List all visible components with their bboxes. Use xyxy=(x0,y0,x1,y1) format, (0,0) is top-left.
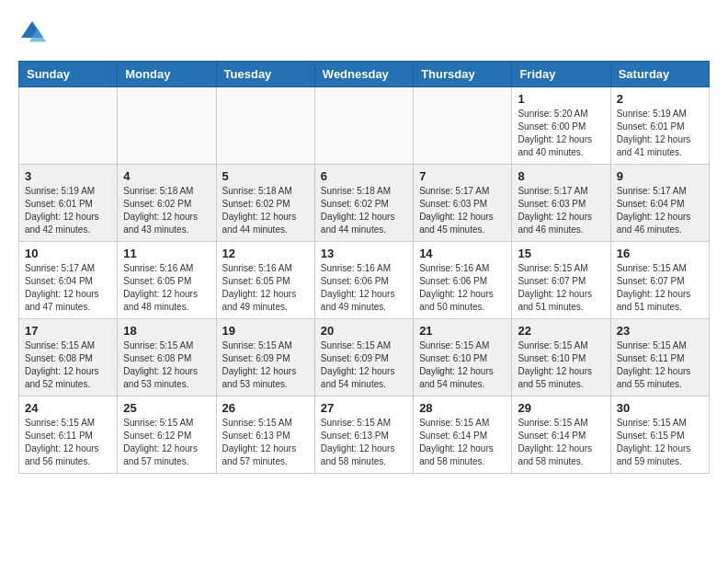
calendar-day-cell: 13Sunrise: 5:16 AM Sunset: 6:06 PM Dayli… xyxy=(314,242,413,319)
calendar-day-cell: 29Sunrise: 5:15 AM Sunset: 6:14 PM Dayli… xyxy=(512,396,610,474)
day-info: Sunrise: 5:15 AM Sunset: 6:11 PM Dayligh… xyxy=(25,417,111,468)
day-number: 4 xyxy=(123,169,210,183)
day-info: Sunrise: 5:15 AM Sunset: 6:09 PM Dayligh… xyxy=(222,339,309,391)
logo xyxy=(18,18,50,46)
page-header xyxy=(18,18,710,46)
calendar-day-cell: 8Sunrise: 5:17 AM Sunset: 6:03 PM Daylig… xyxy=(512,165,610,242)
day-info: Sunrise: 5:15 AM Sunset: 6:08 PM Dayligh… xyxy=(25,339,111,391)
weekday-header: Thursday xyxy=(414,62,512,87)
calendar-day-cell: 4Sunrise: 5:18 AM Sunset: 6:02 PM Daylig… xyxy=(118,165,216,242)
calendar-day-cell: 26Sunrise: 5:15 AM Sunset: 6:13 PM Dayli… xyxy=(216,396,314,474)
day-info: Sunrise: 5:19 AM Sunset: 6:01 PM Dayligh… xyxy=(617,108,703,159)
day-number: 7 xyxy=(419,169,506,183)
calendar-day-cell xyxy=(118,87,216,165)
calendar-day-cell: 28Sunrise: 5:15 AM Sunset: 6:14 PM Dayli… xyxy=(414,396,512,474)
day-info: Sunrise: 5:15 AM Sunset: 6:13 PM Dayligh… xyxy=(222,417,309,468)
day-info: Sunrise: 5:16 AM Sunset: 6:06 PM Dayligh… xyxy=(419,262,506,314)
calendar-day-cell: 14Sunrise: 5:16 AM Sunset: 6:06 PM Dayli… xyxy=(414,242,512,319)
day-info: Sunrise: 5:19 AM Sunset: 6:01 PM Dayligh… xyxy=(25,185,111,236)
weekday-header: Friday xyxy=(512,62,610,87)
calendar-day-cell: 17Sunrise: 5:15 AM Sunset: 6:08 PM Dayli… xyxy=(19,319,118,396)
calendar-day-cell: 30Sunrise: 5:15 AM Sunset: 6:15 PM Dayli… xyxy=(610,396,709,474)
weekday-header: Monday xyxy=(118,62,216,87)
day-number: 14 xyxy=(419,247,506,260)
day-number: 16 xyxy=(617,247,703,260)
weekday-header: Wednesday xyxy=(314,62,413,87)
calendar-day-cell: 1Sunrise: 5:20 AM Sunset: 6:00 PM Daylig… xyxy=(512,87,610,165)
calendar-week-row: 10Sunrise: 5:17 AM Sunset: 6:04 PM Dayli… xyxy=(19,242,710,319)
weekday-header: Saturday xyxy=(610,62,709,87)
calendar-day-cell: 12Sunrise: 5:16 AM Sunset: 6:05 PM Dayli… xyxy=(216,242,314,319)
calendar-day-cell: 16Sunrise: 5:15 AM Sunset: 6:07 PM Dayli… xyxy=(610,242,709,319)
calendar-day-cell: 5Sunrise: 5:18 AM Sunset: 6:02 PM Daylig… xyxy=(216,165,314,242)
day-info: Sunrise: 5:17 AM Sunset: 6:03 PM Dayligh… xyxy=(518,185,604,236)
day-number: 24 xyxy=(25,401,111,415)
day-number: 9 xyxy=(617,169,703,183)
calendar-table: SundayMondayTuesdayWednesdayThursdayFrid… xyxy=(18,61,710,474)
day-info: Sunrise: 5:15 AM Sunset: 6:15 PM Dayligh… xyxy=(617,417,703,468)
weekday-header: Tuesday xyxy=(216,62,314,87)
day-number: 5 xyxy=(222,169,309,183)
day-number: 29 xyxy=(518,401,604,415)
day-info: Sunrise: 5:18 AM Sunset: 6:02 PM Dayligh… xyxy=(123,185,210,236)
day-number: 23 xyxy=(617,324,703,338)
day-info: Sunrise: 5:15 AM Sunset: 6:14 PM Dayligh… xyxy=(419,417,506,468)
day-info: Sunrise: 5:16 AM Sunset: 6:05 PM Dayligh… xyxy=(222,262,309,314)
calendar-day-cell: 15Sunrise: 5:15 AM Sunset: 6:07 PM Dayli… xyxy=(512,242,610,319)
day-number: 18 xyxy=(123,324,210,338)
day-number: 27 xyxy=(321,401,407,415)
calendar-day-cell: 27Sunrise: 5:15 AM Sunset: 6:13 PM Dayli… xyxy=(314,396,413,474)
day-info: Sunrise: 5:15 AM Sunset: 6:12 PM Dayligh… xyxy=(123,417,210,468)
calendar-day-cell: 10Sunrise: 5:17 AM Sunset: 6:04 PM Dayli… xyxy=(19,242,118,319)
day-info: Sunrise: 5:20 AM Sunset: 6:00 PM Dayligh… xyxy=(518,108,604,159)
calendar-day-cell: 24Sunrise: 5:15 AM Sunset: 6:11 PM Dayli… xyxy=(19,396,118,474)
day-info: Sunrise: 5:15 AM Sunset: 6:10 PM Dayligh… xyxy=(419,339,506,391)
day-number: 12 xyxy=(222,247,309,260)
day-number: 13 xyxy=(321,247,407,260)
calendar-week-row: 3Sunrise: 5:19 AM Sunset: 6:01 PM Daylig… xyxy=(19,165,710,242)
calendar-day-cell: 19Sunrise: 5:15 AM Sunset: 6:09 PM Dayli… xyxy=(216,319,314,396)
day-number: 28 xyxy=(419,401,506,415)
calendar-day-cell xyxy=(19,87,118,165)
day-info: Sunrise: 5:15 AM Sunset: 6:08 PM Dayligh… xyxy=(123,339,210,391)
calendar-day-cell xyxy=(414,87,512,165)
calendar-header-row: SundayMondayTuesdayWednesdayThursdayFrid… xyxy=(19,62,710,87)
day-info: Sunrise: 5:17 AM Sunset: 6:04 PM Dayligh… xyxy=(25,262,111,314)
day-info: Sunrise: 5:16 AM Sunset: 6:06 PM Dayligh… xyxy=(321,262,407,314)
day-number: 8 xyxy=(518,169,604,183)
calendar-day-cell xyxy=(314,87,413,165)
calendar-week-row: 1Sunrise: 5:20 AM Sunset: 6:00 PM Daylig… xyxy=(19,87,710,165)
calendar-day-cell: 22Sunrise: 5:15 AM Sunset: 6:10 PM Dayli… xyxy=(512,319,610,396)
calendar-day-cell: 23Sunrise: 5:15 AM Sunset: 6:11 PM Dayli… xyxy=(610,319,709,396)
weekday-header: Sunday xyxy=(19,62,118,87)
day-info: Sunrise: 5:15 AM Sunset: 6:14 PM Dayligh… xyxy=(518,417,604,468)
day-info: Sunrise: 5:15 AM Sunset: 6:07 PM Dayligh… xyxy=(518,262,604,314)
day-number: 22 xyxy=(518,324,604,338)
day-info: Sunrise: 5:15 AM Sunset: 6:11 PM Dayligh… xyxy=(617,339,703,391)
day-info: Sunrise: 5:15 AM Sunset: 6:07 PM Dayligh… xyxy=(617,262,703,314)
day-number: 21 xyxy=(419,324,506,338)
day-number: 10 xyxy=(25,247,111,260)
day-number: 26 xyxy=(222,401,309,415)
calendar-week-row: 24Sunrise: 5:15 AM Sunset: 6:11 PM Dayli… xyxy=(19,396,710,474)
day-info: Sunrise: 5:18 AM Sunset: 6:02 PM Dayligh… xyxy=(321,185,407,236)
day-info: Sunrise: 5:17 AM Sunset: 6:03 PM Dayligh… xyxy=(419,185,506,236)
day-number: 6 xyxy=(321,169,407,183)
day-number: 30 xyxy=(617,401,703,415)
day-info: Sunrise: 5:15 AM Sunset: 6:10 PM Dayligh… xyxy=(518,339,604,391)
calendar-day-cell: 21Sunrise: 5:15 AM Sunset: 6:10 PM Dayli… xyxy=(414,319,512,396)
calendar-week-row: 17Sunrise: 5:15 AM Sunset: 6:08 PM Dayli… xyxy=(19,319,710,396)
calendar-day-cell: 7Sunrise: 5:17 AM Sunset: 6:03 PM Daylig… xyxy=(414,165,512,242)
day-info: Sunrise: 5:18 AM Sunset: 6:02 PM Dayligh… xyxy=(222,185,309,236)
calendar-day-cell: 18Sunrise: 5:15 AM Sunset: 6:08 PM Dayli… xyxy=(118,319,216,396)
calendar-day-cell: 2Sunrise: 5:19 AM Sunset: 6:01 PM Daylig… xyxy=(610,87,709,165)
day-info: Sunrise: 5:17 AM Sunset: 6:04 PM Dayligh… xyxy=(617,185,703,236)
day-info: Sunrise: 5:15 AM Sunset: 6:09 PM Dayligh… xyxy=(321,339,407,391)
day-info: Sunrise: 5:15 AM Sunset: 6:13 PM Dayligh… xyxy=(321,417,407,468)
day-number: 15 xyxy=(518,247,604,260)
logo-icon xyxy=(18,18,46,46)
calendar-day-cell xyxy=(216,87,314,165)
day-number: 2 xyxy=(617,92,703,106)
calendar-day-cell: 25Sunrise: 5:15 AM Sunset: 6:12 PM Dayli… xyxy=(118,396,216,474)
calendar-day-cell: 20Sunrise: 5:15 AM Sunset: 6:09 PM Dayli… xyxy=(314,319,413,396)
